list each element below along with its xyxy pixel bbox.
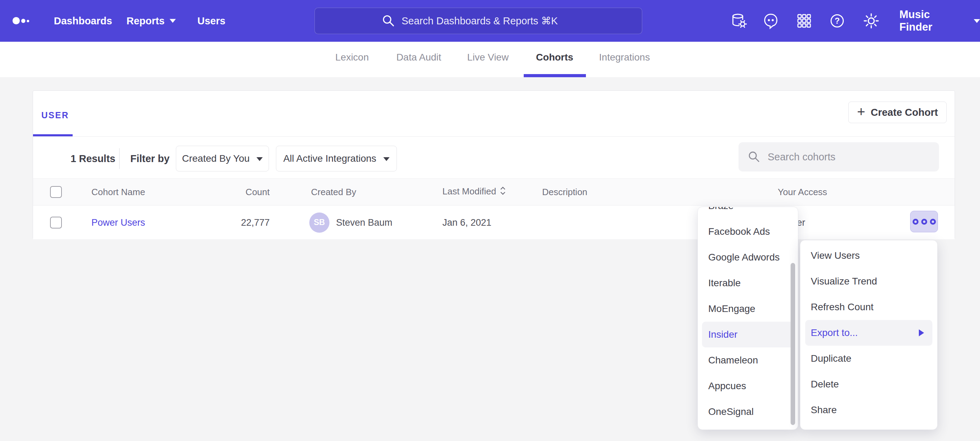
cohort-search-input[interactable]: [768, 151, 930, 163]
submenu-item-chameleon[interactable]: Chameleon: [698, 347, 798, 373]
divider: [33, 136, 955, 137]
submenu-item-iterable[interactable]: Iterable: [698, 270, 798, 296]
tab-data-audit[interactable]: Data Audit: [396, 52, 441, 63]
creator-avatar: SB: [309, 213, 329, 233]
last-modified-date: Jan 6, 2021: [442, 217, 492, 228]
global-search-bar[interactable]: [315, 8, 642, 34]
search-icon: [382, 14, 396, 28]
row-more-actions-button[interactable]: [910, 211, 938, 232]
tab-live-view[interactable]: Live View: [467, 52, 508, 63]
column-header-last-modified[interactable]: Last Modified: [442, 186, 506, 198]
row-checkbox[interactable]: [50, 217, 62, 228]
more-dot-icon: [921, 219, 927, 225]
nav-item-label: Users: [197, 15, 226, 27]
submenu-item-onesignal[interactable]: OneSignal: [698, 399, 798, 425]
create-cohort-label: Create Cohort: [871, 107, 938, 118]
apps-grid-icon[interactable]: [796, 13, 813, 29]
global-search-input[interactable]: [402, 15, 576, 27]
chevron-down-icon: [974, 19, 980, 23]
column-header-created-by[interactable]: Created By: [311, 187, 356, 198]
tab-lexicon[interactable]: Lexicon: [336, 52, 369, 63]
project-name: Music Finder: [899, 8, 965, 34]
menu-item-view-users[interactable]: View Users: [800, 243, 937, 268]
column-header-your-access[interactable]: Your Access: [778, 187, 827, 198]
submenu-item-facebook-ads[interactable]: Facebook Ads: [698, 219, 798, 244]
active-tab-underline: [524, 74, 586, 77]
menu-item-export-to[interactable]: Export to...: [805, 320, 932, 346]
chevron-down-icon: [383, 157, 390, 161]
created-by-filter-value: Created By You: [182, 153, 250, 164]
more-dot-icon: [913, 219, 918, 225]
svg-text:?: ?: [835, 16, 840, 26]
nav-item-users[interactable]: Users: [197, 15, 226, 27]
divider: [119, 148, 119, 169]
submenu-item-google-adwords[interactable]: Google Adwords: [698, 244, 798, 270]
select-all-checkbox[interactable]: [50, 186, 62, 198]
menu-item-visualize-trend[interactable]: Visualize Trend: [800, 268, 937, 294]
top-navbar: Dashboards Reports Users: [0, 0, 980, 42]
cohort-search-bar[interactable]: [738, 142, 939, 171]
tab-cohorts[interactable]: Cohorts: [536, 52, 573, 63]
menu-item-delete[interactable]: Delete: [800, 371, 937, 397]
filter-by-label: Filter by: [130, 153, 170, 165]
submenu-scrollbar-thumb[interactable]: [791, 263, 795, 425]
create-cohort-button[interactable]: + Create Cohort: [848, 102, 947, 123]
cohorts-page: Dashboards Reports Users: [0, 0, 980, 441]
logo-dot-small: [27, 20, 29, 22]
export-destinations-submenu: Braze Facebook Ads Google Adwords Iterab…: [697, 206, 798, 430]
settings-gear-icon[interactable]: [863, 13, 880, 29]
submenu-item-appcues[interactable]: Appcues: [698, 373, 798, 399]
created-by-filter-dropdown[interactable]: Created By You: [176, 146, 269, 171]
nav-item-label: Dashboards: [54, 15, 112, 27]
cohort-type-tab-user[interactable]: USER: [41, 110, 69, 120]
integrations-filter-value: All Active Integrations: [283, 153, 376, 164]
feedback-icon[interactable]: [762, 13, 779, 29]
nav-item-label: Reports: [127, 15, 165, 27]
results-count: 1 Results: [70, 153, 115, 165]
integrations-filter-dropdown[interactable]: All Active Integrations: [276, 146, 397, 171]
cohorts-card: USER + Create Cohort 1 Results Filter by…: [33, 90, 955, 239]
help-icon[interactable]: ?: [829, 13, 845, 29]
chevron-down-icon: [256, 157, 263, 161]
cohort-name-link[interactable]: Power Users: [91, 217, 145, 228]
sort-icon[interactable]: [500, 186, 506, 198]
column-header-description[interactable]: Description: [542, 187, 587, 198]
more-dot-icon: [930, 219, 936, 225]
search-icon: [748, 150, 761, 163]
cohort-count: 22,777: [207, 217, 270, 228]
logo-dot-medium: [21, 19, 25, 23]
data-management-icon[interactable]: [730, 13, 747, 29]
creator-name: Steven Baum: [336, 217, 392, 228]
submenu-item-moengage[interactable]: MoEngage: [698, 296, 798, 322]
column-header-count[interactable]: Count: [207, 187, 270, 198]
column-header-cohort-name[interactable]: Cohort Name: [91, 187, 145, 198]
plus-icon: +: [857, 105, 865, 118]
nav-item-reports[interactable]: Reports: [127, 15, 176, 27]
menu-item-duplicate[interactable]: Duplicate: [800, 346, 937, 371]
column-header-label: Last Modified: [442, 186, 496, 197]
submenu-item-insider[interactable]: Insider: [702, 322, 794, 347]
menu-item-label: Export to...: [811, 327, 858, 339]
chevron-down-icon: [170, 19, 176, 23]
menu-item-refresh-count[interactable]: Refresh Count: [800, 294, 937, 320]
submenu-arrow-icon: [919, 329, 924, 336]
menu-item-share[interactable]: Share: [800, 397, 937, 423]
table-header-row: Cohort Name Count Created By Last Modifi…: [33, 178, 955, 206]
project-switcher[interactable]: Music Finder: [899, 8, 980, 34]
tab-integrations[interactable]: Integrations: [599, 52, 650, 63]
section-tabbar: Lexicon Data Audit Live View Cohorts Int…: [0, 42, 980, 77]
logo-dot-large: [13, 17, 20, 24]
nav-item-dashboards[interactable]: Dashboards: [54, 15, 112, 27]
table-row[interactable]: Power Users 22,777 SB Steven Baum Jan 6,…: [33, 206, 955, 239]
row-actions-menu: View Users Visualize Trend Refresh Count…: [800, 240, 938, 430]
export-destinations-list: Braze Facebook Ads Google Adwords Iterab…: [698, 206, 798, 425]
submenu-item-braze[interactable]: Braze: [698, 206, 798, 219]
